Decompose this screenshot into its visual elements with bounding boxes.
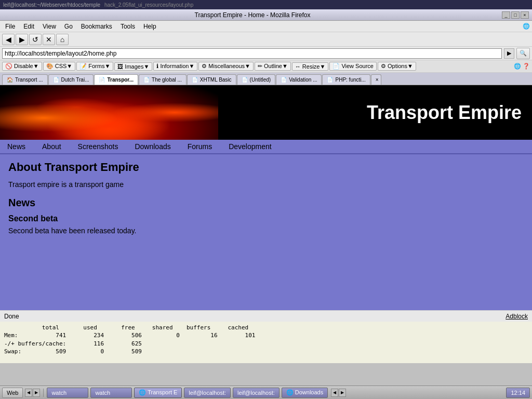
taskbar-task-leif-1[interactable]: leif@localhost: [184, 388, 231, 398]
tab-label-6: Validation ... [289, 77, 317, 83]
tab-label-1: Dutch Trai... [61, 77, 89, 83]
minimize-button[interactable]: _ [502, 11, 510, 19]
ext-resize[interactable]: ↔ Resize▼ [292, 62, 329, 71]
terminal-subtitle: hack_2.05flat_ui_resources/layout.php [104, 2, 193, 8]
ext-information[interactable]: ℹ Information▼ [153, 62, 197, 71]
close-button[interactable]: × [521, 11, 529, 19]
terminal-title: leif@localhost:~/Webserver/htdocs/temple [3, 2, 100, 8]
forward-button[interactable]: ▶ [16, 34, 28, 45]
tab-5[interactable]: 📄 (Untitled) [237, 74, 276, 85]
tabs-bar: 🏠 Transport ... 📄 Dutch Trai... 📄 Transp… [0, 73, 532, 85]
reload-button[interactable]: ↺ [29, 34, 42, 45]
nav-news[interactable]: News [4, 141, 29, 152]
tab-icon-2: 📄 [99, 77, 105, 83]
taskbar-time: 12:14 [506, 388, 530, 398]
address-bar: ▶ 🔍 [0, 47, 532, 60]
ext-miscellaneous[interactable]: ⚙ Miscellaneous▼ [198, 62, 254, 71]
ext-disable[interactable]: 🚫 Disable▼ [2, 62, 42, 71]
taskbar-nav: ◀ ▶ [25, 389, 40, 397]
tab-2[interactable]: 📄 Transpor... [94, 74, 138, 85]
taskbar-task-watch-2[interactable]: watch [90, 388, 132, 398]
tab-icon-6: 📄 [281, 77, 287, 83]
news-section-title: News [8, 197, 524, 209]
nav-forums[interactable]: Forums [184, 141, 215, 152]
go-button[interactable]: ▶ [504, 48, 514, 59]
home-button[interactable]: ⌂ [56, 34, 69, 45]
menu-go[interactable]: Go [61, 22, 76, 31]
tab-label-5: (Untitled) [250, 77, 271, 83]
browser-indicator: 🌐 [523, 23, 530, 30]
tab-icon-3: 📄 [143, 77, 150, 83]
ext-options[interactable]: ⚙ Options▼ [378, 62, 416, 71]
nav-about[interactable]: About [39, 141, 64, 152]
content-title: About Transport Empire [8, 161, 524, 174]
tab-3[interactable]: 📄 The global ... [139, 74, 187, 85]
ext-outline[interactable]: ✏ Outline▼ [255, 62, 291, 71]
nav-downloads[interactable]: Downloads [131, 141, 174, 152]
menu-view[interactable]: View [39, 22, 59, 31]
tab-label-4: XHTML Basic [200, 77, 232, 83]
menu-bookmarks[interactable]: Bookmarks [78, 22, 115, 31]
taskbar-task-transport[interactable]: 🌐 Transport E [134, 388, 182, 398]
tab-icon-1: 📄 [53, 77, 59, 83]
tab-label-3: The global ... [152, 77, 182, 83]
site-title: Transport Empire [367, 102, 522, 124]
tab-icon-7: 📄 [327, 77, 333, 83]
tab-label-7: PHP: functi... [335, 77, 365, 83]
tab-label-2: Transpor... [107, 77, 134, 83]
nav-toolbar: ◀ ▶ ↺ ✕ ⌂ [0, 32, 532, 47]
taskbar-nav-prev[interactable]: ◀ [25, 389, 32, 397]
taskbar: Web ◀ ▶ watch watch 🌐 Transport E leif@l… [0, 385, 532, 399]
tab-7[interactable]: 📄 PHP: functi... [322, 74, 370, 85]
taskbar-separator-1 [43, 389, 44, 397]
ext-css[interactable]: 🎨 CSS▼ [43, 62, 76, 71]
stop-button[interactable]: ✕ [43, 34, 55, 45]
browser-title-text: Transport Empire - Home - Mozilla Firefo… [3, 11, 502, 19]
menu-edit[interactable]: Edit [20, 22, 37, 31]
menu-file[interactable]: File [2, 22, 18, 31]
tab-0[interactable]: 🏠 Transport ... [2, 74, 48, 85]
tab-6[interactable]: 📄 Validation ... [276, 74, 322, 85]
ext-view-source[interactable]: 📄 View Source [329, 62, 377, 71]
header-fire-graphic [0, 85, 218, 140]
ext-forms[interactable]: 📝 Forms▼ [76, 62, 113, 71]
menu-tools[interactable]: Tools [117, 22, 138, 31]
news-item-0-title: Second beta [8, 214, 524, 223]
terminal-bottom: total used free shared buffers cached Me… [0, 322, 532, 363]
nav-screenshots[interactable]: Screenshots [75, 141, 122, 152]
ext-icons: 🌐 ❓ [514, 63, 530, 70]
taskbar-right: 12:14 [506, 388, 530, 398]
tab-close-all[interactable]: × [371, 74, 381, 85]
tab-label-0: Transport ... [15, 77, 43, 83]
tab-4[interactable]: 📄 XHTML Basic [187, 74, 236, 85]
site-nav: News About Screenshots Downloads Forums … [0, 140, 532, 154]
extensions-toolbar: 🚫 Disable▼ 🎨 CSS▼ 📝 Forms▼ 🖼 Images▼ ℹ I… [0, 60, 532, 73]
taskbar-task-nav: ◀ ▶ [331, 389, 346, 397]
terminal-title-bar: leif@localhost:~/Webserver/htdocs/temple… [0, 0, 532, 9]
tab-icon-5: 📄 [242, 77, 248, 83]
tab-1[interactable]: 📄 Dutch Trai... [48, 74, 94, 85]
maximize-button[interactable]: □ [511, 11, 520, 19]
menu-bar: File Edit View Go Bookmarks Tools Help 🌐 [0, 21, 532, 32]
ext-images[interactable]: 🖼 Images▼ [114, 62, 152, 71]
main-content: About Transport Empire Trasport empire i… [0, 154, 532, 310]
taskbar-task-nav-prev[interactable]: ◀ [331, 389, 338, 397]
menu-help[interactable]: Help [140, 22, 159, 31]
nav-development[interactable]: Development [225, 141, 275, 152]
taskbar-task-watch-1[interactable]: watch [47, 388, 88, 398]
content-description: Trasport empire is a transport game [8, 180, 524, 189]
back-button[interactable]: ◀ [2, 34, 15, 45]
site-header: Transport Empire [0, 85, 532, 140]
tab-icon-4: 📄 [192, 77, 198, 83]
search-button[interactable]: 🔍 [516, 48, 530, 59]
taskbar-task-downloads[interactable]: 🌐 Downloads [282, 388, 328, 398]
taskbar-nav-next[interactable]: ▶ [33, 389, 40, 397]
taskbar-task-leif-2[interactable]: leif@localhost: [233, 388, 280, 398]
taskbar-task-nav-next[interactable]: ▶ [339, 389, 346, 397]
address-input[interactable] [2, 48, 502, 59]
news-item-0-text: Second beta have been released today. [8, 227, 524, 235]
adblock-label: Adblock [506, 313, 528, 320]
tab-icon-0: 🏠 [7, 77, 13, 83]
taskbar-web-button[interactable]: Web [2, 388, 23, 398]
browser-title-bar: Transport Empire - Home - Mozilla Firefo… [0, 9, 532, 21]
